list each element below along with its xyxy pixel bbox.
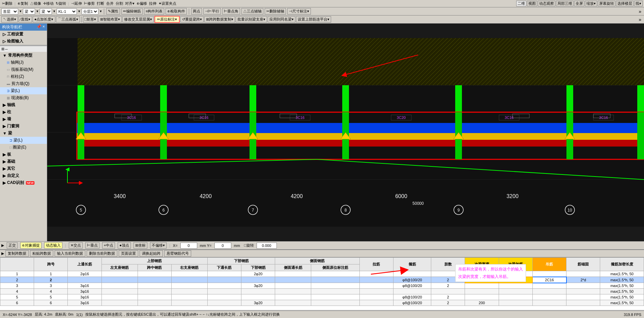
cell-top-through[interactable]: 3φ16: [68, 300, 101, 306]
toolbar-fullscreen[interactable]: 全屏: [574, 1, 584, 6]
no-offset-btn[interactable]: 不偏移▾: [150, 242, 167, 249]
table-row[interactable]: 3 3 3φ16 3φ20 φ8@100/20 2: [0, 283, 644, 289]
cell-lower-through[interactable]: [207, 283, 241, 289]
cell-mid[interactable]: [138, 300, 171, 306]
x-input[interactable]: [180, 243, 197, 249]
cell-lower[interactable]: 2φ20: [241, 271, 275, 277]
cell-side-note[interactable]: [311, 294, 360, 300]
cell-right-seat[interactable]: [171, 277, 207, 283]
cell-anchor[interactable]: [566, 283, 600, 289]
toolbar-split[interactable]: 分割: [115, 1, 124, 6]
id-select[interactable]: KL-1: [57, 8, 77, 14]
sidebar-item-beam-section[interactable]: ▼ 梁: [0, 130, 47, 137]
cell-side-note[interactable]: [311, 271, 360, 277]
sidebar-item-beam-l[interactable]: ⊐ 梁(L): [0, 137, 47, 144]
table-row[interactable]: 1 1 2φ16 2φ20 max: [0, 271, 644, 277]
toolbar-dynamic[interactable]: 动态观察: [538, 1, 555, 6]
vertex-btn[interactable]: ●顶点: [118, 242, 131, 249]
cell-side-note[interactable]: [311, 283, 360, 289]
cell-right-seat[interactable]: [171, 271, 207, 277]
cell-lower[interactable]: 3φ20: [241, 300, 275, 306]
cell-lower[interactable]: [241, 289, 275, 294]
cantilever-code-btn[interactable]: 悬臂钢筋代号: [164, 250, 191, 257]
toolbar-offset[interactable]: ⊕偏移: [136, 1, 148, 6]
layer-select[interactable]: 分层1: [82, 8, 98, 14]
cell-side-note[interactable]: [311, 289, 360, 294]
line-btn[interactable]: ⁄直线▾: [19, 16, 32, 23]
cell-side-note[interactable]: [311, 300, 360, 306]
input-col-btn[interactable]: 输入当前列数据: [55, 250, 85, 257]
toolbar-merge[interactable]: 合并: [106, 1, 114, 6]
midpoint-btn[interactable]: +中点: [102, 242, 115, 249]
rect-btn[interactable]: □矩形▾: [83, 16, 98, 23]
expand-btn2[interactable]: »: [637, 17, 643, 22]
cell-right-seat[interactable]: [171, 283, 207, 289]
cell-hanger[interactable]: [532, 300, 566, 306]
cell-mid[interactable]: [138, 277, 171, 283]
toolbar-stretch[interactable]: 拉伸: [148, 1, 157, 6]
cell-tension[interactable]: [359, 283, 393, 289]
table-row[interactable]: 6 6 3φ16 3φ20 φ8@100/20 2 200: [0, 300, 644, 306]
cell-top-through[interactable]: 2φ16: [68, 271, 101, 277]
cell-beam-add[interactable]: [499, 294, 532, 300]
property-btn[interactable]: ✎属性: [106, 8, 120, 14]
smart-place-btn[interactable]: ⊞智能布置▾: [98, 16, 122, 23]
cell-top-through[interactable]: 3φ16: [68, 283, 101, 289]
cell-top-through[interactable]: [68, 277, 101, 283]
cell-tension[interactable]: [359, 277, 393, 283]
toolbar-view3d[interactable]: 视图: [527, 1, 537, 6]
dynamic-input-btn[interactable]: 动态输入: [44, 242, 62, 249]
cell-left-seat[interactable]: [101, 300, 138, 306]
toolbar-extend[interactable]: ⊣延伸: [70, 1, 83, 6]
toolbar-copy[interactable]: ⊕复制: [17, 1, 29, 6]
copy-span-data-btn[interactable]: 复制跨数据: [5, 250, 29, 257]
member-type-select[interactable]: 梁: [23, 8, 35, 14]
cell-tension[interactable]: [359, 300, 393, 306]
coord-btn[interactable]: ⊞坐标: [134, 242, 147, 249]
cell-legs[interactable]: 2: [431, 294, 465, 300]
swap-start-btn[interactable]: 调换起始跨: [140, 250, 163, 257]
del-axis-btn[interactable]: ✂删除辅轴: [265, 8, 286, 14]
cell-beam-width[interactable]: [465, 294, 499, 300]
toolbar-trim[interactable]: ⊢修剪: [83, 1, 95, 6]
toolbar-delete[interactable]: ✂删除: [1, 1, 13, 6]
toolbar-2d[interactable]: 二维: [516, 1, 526, 6]
cell-beam-add[interactable]: [499, 300, 532, 306]
cell-hanger[interactable]: [532, 283, 566, 289]
expand-btn[interactable]: »: [637, 9, 643, 14]
sidebar-item-other[interactable]: ▶ 其它: [0, 165, 47, 172]
table-row[interactable]: 4 4 3φ16 max(1.5: [0, 289, 644, 294]
cell-stirrup[interactable]: [393, 289, 431, 294]
toolbar-align[interactable]: 对齐▾: [124, 1, 135, 6]
three-axis-btn[interactable]: △三点辅轴: [241, 8, 263, 14]
toolbar-rotate[interactable]: ↻旋转: [55, 1, 67, 6]
point-len-btn[interactable]: ●点加长度▾: [33, 16, 55, 23]
cell-stirrup[interactable]: φ8@100/20: [393, 294, 431, 300]
cell-anchor[interactable]: [566, 294, 600, 300]
cell-hanger[interactable]: [532, 271, 566, 277]
sidebar-item-slab[interactable]: ▦ 现浇板(B): [0, 94, 47, 101]
cell-legs[interactable]: 2: [431, 300, 465, 306]
cell-legs[interactable]: 2: [431, 283, 465, 289]
cell-hanger[interactable]: [532, 294, 566, 300]
cell-side-note[interactable]: [311, 277, 360, 283]
cell-top-through[interactable]: 3φ16: [68, 289, 101, 294]
cell-side-through[interactable]: [275, 277, 311, 283]
y-input[interactable]: [214, 243, 231, 249]
rotate-input[interactable]: [257, 243, 277, 249]
cell-tension[interactable]: [359, 271, 393, 277]
cell-lower[interactable]: [241, 277, 275, 283]
toolbar-break[interactable]: 打断: [96, 1, 105, 6]
toolbar-line[interactable]: 线▾: [634, 1, 643, 6]
member-list-btn[interactable]: ≡构件列表: [144, 8, 164, 14]
toolbar-move[interactable]: ✛移动: [42, 1, 54, 6]
toolbar-screen[interactable]: 屏幕旋转: [598, 1, 615, 6]
member-select[interactable]: 梁: [40, 8, 52, 14]
page-setup-btn[interactable]: 页面设置: [119, 250, 138, 257]
perp-btn[interactable]: ⊢垂点角: [222, 8, 240, 14]
cell-lower-through[interactable]: [207, 289, 241, 294]
select-btn[interactable]: ↖选择▾: [1, 16, 18, 23]
delete-col-btn[interactable]: 删除当前列数据: [87, 250, 117, 257]
sidebar-item-wall-section[interactable]: ▶ 墙: [0, 116, 47, 123]
canvas-area[interactable]: 3C16 3C16 3C16 3C20 3C16 3C16: [47, 24, 644, 241]
